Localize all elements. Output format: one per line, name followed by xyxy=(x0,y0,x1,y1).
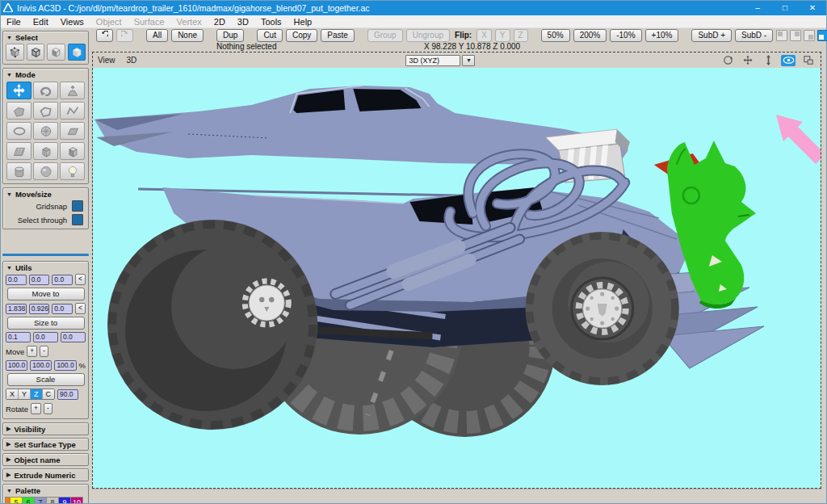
menu-tools[interactable]: Tools xyxy=(261,17,282,27)
minimize-button[interactable]: – xyxy=(744,1,771,15)
cut-button[interactable]: Cut xyxy=(257,29,283,42)
moveto-z-input[interactable]: 0.0 xyxy=(52,275,73,285)
subd-plus-button[interactable]: SubD + xyxy=(691,29,732,42)
palette-swatch[interactable]: 8 xyxy=(47,497,59,503)
palette-swatch[interactable] xyxy=(5,497,10,503)
menu-3d[interactable]: 3D xyxy=(237,17,249,27)
rotate-angle-input[interactable]: 90.0 xyxy=(57,389,78,400)
duplicate-button[interactable]: Dup xyxy=(216,29,244,42)
palette-panel-header[interactable]: ▼ Palette xyxy=(5,485,86,495)
menu-views[interactable]: Views xyxy=(61,17,84,27)
select-edge-button[interactable] xyxy=(27,44,45,61)
select-surface-button[interactable] xyxy=(47,44,65,61)
scale-z-input[interactable]: 100.0 xyxy=(54,360,76,371)
moveto-x-input[interactable]: 0.0 xyxy=(6,275,27,285)
mode-mesh-button[interactable] xyxy=(6,142,31,160)
mode-rectangle-button[interactable] xyxy=(60,122,85,140)
subd-minus-button[interactable]: SubD - xyxy=(735,29,773,42)
palette-swatch[interactable]: 5 xyxy=(10,497,23,503)
gridsnap-checkbox[interactable] xyxy=(72,200,83,212)
palette-swatch[interactable]: 6 xyxy=(23,497,35,503)
move-to-button[interactable]: Move to xyxy=(7,288,85,300)
sizeto-z-input[interactable]: 0.0 xyxy=(52,304,73,314)
flip-y-button[interactable]: Y xyxy=(495,29,510,42)
movesize-panel-header[interactable]: ▼ Move/size xyxy=(5,189,86,199)
group-button[interactable]: Group xyxy=(367,29,403,42)
sizeto-y-input[interactable]: 0.926 xyxy=(29,304,50,314)
move-minus-button[interactable]: - xyxy=(40,346,48,357)
eye-visibility-icon[interactable] xyxy=(781,55,796,66)
mode-sphere-button[interactable] xyxy=(33,162,58,180)
move-y-input[interactable]: 0.0 xyxy=(33,332,58,342)
utils-panel-header[interactable]: ▼ Utils xyxy=(5,262,86,272)
popout-window-icon[interactable] xyxy=(801,55,816,66)
select-through-checkbox[interactable] xyxy=(72,214,83,225)
move-z-input[interactable]: 0.0 xyxy=(61,332,86,342)
sizeto-x-input[interactable]: 1.838 xyxy=(6,304,27,314)
mode-closed-line-button[interactable] xyxy=(33,102,58,120)
flip-x-button[interactable]: X xyxy=(476,29,492,42)
extrude-numeric-panel-header[interactable]: ▶ Extrude Numeric xyxy=(5,470,86,480)
layout-single-3d-icon[interactable] xyxy=(817,30,827,41)
zoom-plus-10-button[interactable]: +10% xyxy=(645,29,679,42)
mode-rotate-button[interactable] xyxy=(33,82,58,99)
copy-button[interactable]: Copy xyxy=(286,29,317,42)
select-panel-header[interactable]: ▼ Select xyxy=(5,32,86,42)
menu-help[interactable]: Help xyxy=(294,17,313,27)
rotate-minus-button[interactable]: - xyxy=(44,403,52,414)
layout-two-view-icon[interactable] xyxy=(790,30,801,41)
sizeto-copy-button[interactable]: < xyxy=(75,303,86,314)
menu-2d[interactable]: 2D xyxy=(214,17,225,27)
rotate-axis-y[interactable]: Y xyxy=(19,389,31,399)
projection-dropdown[interactable]: 3D (XYZ) xyxy=(405,55,460,66)
viewport-canvas[interactable] xyxy=(93,68,821,488)
mode-cylinder-button[interactable] xyxy=(6,162,31,180)
pane-splitter[interactable] xyxy=(2,254,89,256)
undo-button[interactable] xyxy=(96,29,113,42)
redo-button[interactable] xyxy=(116,29,133,42)
select-all-button[interactable]: All xyxy=(146,29,168,42)
rotate-axis-c[interactable]: C xyxy=(43,389,55,399)
object-name-panel-header[interactable]: ▶ Object name xyxy=(5,455,86,464)
move-plus-button[interactable]: + xyxy=(27,346,37,357)
layout-three-view-icon[interactable] xyxy=(804,30,815,41)
mode-move-button[interactable] xyxy=(6,82,31,99)
mode-panel-header[interactable]: ▼ Mode xyxy=(5,69,86,79)
pan-icon[interactable] xyxy=(741,55,755,66)
ungroup-button[interactable]: Ungroup xyxy=(406,29,450,42)
rotate-plus-button[interactable]: + xyxy=(31,403,41,414)
rotate-axis-x[interactable]: X xyxy=(6,389,19,399)
zoom-50-button[interactable]: 50% xyxy=(541,29,570,42)
mode-surface-button[interactable] xyxy=(6,102,31,120)
maximize-button[interactable]: □ xyxy=(771,1,799,15)
mode-disk-button[interactable] xyxy=(33,122,58,140)
palette-swatch[interactable]: 7 xyxy=(35,497,47,503)
zoom-drag-icon[interactable] xyxy=(761,55,775,66)
mode-box-button[interactable] xyxy=(60,142,85,160)
visibility-panel-header[interactable]: ▶ Visibility xyxy=(5,424,86,434)
moveto-y-input[interactable]: 0.0 xyxy=(29,275,50,285)
flip-z-button[interactable]: Z xyxy=(514,29,528,42)
select-none-button[interactable]: None xyxy=(171,29,204,42)
menu-edit[interactable]: Edit xyxy=(33,17,48,27)
move-x-input[interactable]: 0.1 xyxy=(6,332,31,342)
moveto-copy-button[interactable]: < xyxy=(75,274,86,285)
palette-swatch[interactable]: 10 xyxy=(71,497,83,503)
scale-x-input[interactable]: 100.0 xyxy=(6,360,27,371)
scale-button[interactable]: Scale xyxy=(7,373,85,386)
orbit-icon[interactable] xyxy=(720,55,735,66)
mode-light-button[interactable] xyxy=(60,162,85,180)
rotate-axis-z[interactable]: Z xyxy=(31,389,43,399)
palette-swatch[interactable]: 9 xyxy=(59,497,71,503)
menu-file[interactable]: File xyxy=(6,17,21,27)
projection-dropdown-arrow[interactable]: ▼ xyxy=(462,55,475,66)
zoom-minus-10-button[interactable]: -10% xyxy=(610,29,641,42)
mode-polyline-button[interactable] xyxy=(60,102,85,120)
mode-extrude-button[interactable] xyxy=(60,82,85,99)
layout-one-view-icon[interactable] xyxy=(776,30,787,41)
scale-y-input[interactable]: 100.0 xyxy=(30,360,52,371)
select-vertex-button[interactable] xyxy=(6,44,24,61)
paste-button[interactable]: Paste xyxy=(321,29,355,42)
mode-ellipse-button[interactable] xyxy=(6,122,31,140)
select-object-button[interactable] xyxy=(68,44,86,61)
